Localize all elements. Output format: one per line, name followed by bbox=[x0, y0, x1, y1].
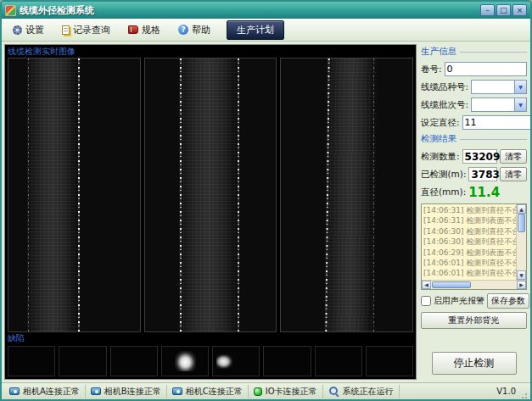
log-entry: [14:06:31] 检测到直径不合格 bbox=[423, 205, 514, 215]
cable-batch-label: 线缆批次号: bbox=[421, 99, 468, 111]
set-diameter-row: 设定直径: ± bbox=[421, 115, 527, 130]
titlebar[interactable]: 线缆外径检测系统 – □ × bbox=[2, 2, 530, 19]
log-entry: [14:06:30] 检测到直径不合格 bbox=[423, 237, 514, 247]
cable-variety-value bbox=[472, 81, 514, 93]
alarm-checkbox[interactable] bbox=[421, 296, 431, 306]
scroll-thumb[interactable] bbox=[432, 281, 471, 288]
defect-thumbnail[interactable] bbox=[8, 346, 55, 376]
defect-thumbnail[interactable] bbox=[161, 346, 209, 376]
defect-thumbnail[interactable] bbox=[315, 346, 362, 376]
production-info-title: 生产信息 bbox=[421, 46, 456, 58]
alarm-log-lines: [14:06:31] 检测到直径不合格 [14:06:31] 检测到表面不合格 … bbox=[422, 204, 516, 280]
camera-b-status: 相机B连接正常 bbox=[86, 385, 167, 398]
cable-image bbox=[179, 58, 239, 332]
results-title: 检测结果 bbox=[421, 133, 456, 145]
detected-length-row: 已检测(m): 3783.3 清零 bbox=[421, 167, 527, 181]
gear-icon bbox=[13, 25, 22, 35]
cable-batch-value bbox=[472, 98, 514, 111]
defect-thumbnail[interactable] bbox=[212, 346, 260, 376]
save-params-button[interactable]: 保存参数 bbox=[487, 293, 529, 309]
camera-icon bbox=[9, 387, 20, 395]
scroll-track[interactable] bbox=[431, 281, 517, 289]
alarm-log: [14:06:31] 检测到直径不合格 [14:06:31] 检测到表面不合格 … bbox=[421, 203, 527, 290]
spacer bbox=[421, 329, 527, 352]
settings-label: 设置 bbox=[25, 24, 44, 36]
close-button[interactable]: × bbox=[512, 4, 527, 16]
diameter-value: 11.4 bbox=[468, 185, 500, 200]
scroll-thumb[interactable] bbox=[518, 214, 525, 232]
log-entry: [14:06:01] 检测到直径不合格 bbox=[423, 268, 514, 278]
detect-count-label: 检测数量: bbox=[421, 151, 460, 163]
log-horizontal-scrollbar[interactable]: ◀ ▶ bbox=[422, 280, 526, 289]
camera-views bbox=[8, 58, 413, 332]
set-diameter-label: 设定直径: bbox=[421, 117, 460, 129]
camera-a-status: 相机A连接正常 bbox=[4, 385, 86, 398]
camera-c-status: 相机C连接正常 bbox=[167, 385, 249, 398]
cable-variety-select[interactable] bbox=[471, 80, 527, 94]
chevron-down-icon[interactable] bbox=[514, 98, 526, 111]
alarm-options-row: 启用声光报警 保存参数 bbox=[421, 293, 527, 309]
count-clear-button[interactable]: 清零 bbox=[500, 149, 527, 164]
roll-number-label: 卷号: bbox=[421, 64, 442, 75]
defect-thumbnail[interactable] bbox=[263, 346, 311, 376]
log-vertical-scrollbar[interactable]: ▲ ▼ bbox=[516, 204, 526, 280]
magnifier-icon bbox=[328, 386, 339, 397]
maximize-button[interactable]: □ bbox=[496, 4, 511, 16]
scroll-track[interactable] bbox=[517, 214, 526, 270]
detected-length-label: 已检测(m): bbox=[421, 169, 466, 181]
diameter-label: 直径(mm): bbox=[421, 187, 466, 198]
records-icon bbox=[62, 25, 70, 35]
length-clear-button[interactable]: 清零 bbox=[500, 167, 527, 181]
roll-number-input[interactable] bbox=[445, 62, 527, 76]
cable-variety-label: 线缆品种号: bbox=[421, 81, 468, 93]
detect-count-value: 53209 bbox=[465, 151, 501, 163]
scroll-right-icon[interactable]: ▶ bbox=[517, 281, 526, 289]
record-query-button[interactable]: 记录查询 bbox=[55, 21, 117, 39]
detect-count-box: 53209 bbox=[462, 149, 497, 164]
live-image-panel: 线缆检测实时图像 缺陷 bbox=[4, 44, 417, 380]
scroll-down-icon[interactable]: ▼ bbox=[517, 270, 526, 280]
led-icon bbox=[254, 387, 262, 396]
alarm-log-body: [14:06:31] 检测到直径不合格 [14:06:31] 检测到表面不合格 … bbox=[422, 204, 526, 280]
camera-view-c bbox=[280, 58, 413, 332]
statusbar: 相机A连接正常 相机B连接正常 相机C连接正常 IO卡连接正常 系统正在运行 V… bbox=[2, 382, 530, 399]
settings-button[interactable]: 设置 bbox=[6, 21, 51, 39]
defect-thumbnail[interactable] bbox=[366, 346, 413, 376]
log-entry: [14:06:30] 检测到直径不合格 bbox=[423, 226, 514, 237]
cable-edge-highlight bbox=[180, 58, 182, 331]
record-query-label: 记录查询 bbox=[73, 24, 110, 36]
set-diameter-input[interactable] bbox=[462, 115, 532, 130]
defect-thumbnail[interactable] bbox=[110, 346, 158, 376]
scroll-left-icon[interactable]: ◀ bbox=[422, 281, 431, 289]
minimize-button[interactable]: – bbox=[480, 4, 495, 16]
camera-icon bbox=[91, 387, 101, 395]
divider bbox=[460, 139, 527, 140]
reset-backlight-button[interactable]: 重置外部背光 bbox=[421, 312, 527, 329]
defect-thumbnail[interactable] bbox=[59, 346, 106, 376]
production-plan-button[interactable]: 生产计划 bbox=[227, 20, 284, 40]
window-controls: – □ × bbox=[480, 4, 527, 16]
alarm-checkbox-label: 启用声光报警 bbox=[434, 295, 484, 307]
chevron-down-icon[interactable] bbox=[514, 81, 526, 93]
log-entry: [14:06:31] 检测到表面不合格 bbox=[423, 215, 514, 226]
defect-thumbnails bbox=[8, 346, 413, 376]
cable-image bbox=[27, 58, 80, 332]
control-panel: 生产信息 卷号: 线缆品种号: 线缆批次号: bbox=[420, 44, 528, 380]
window-title: 线缆外径检测系统 bbox=[20, 4, 477, 17]
io-card-status-label: IO卡连接正常 bbox=[266, 386, 317, 398]
stop-detection-button[interactable]: 停止检测 bbox=[432, 352, 517, 375]
roll-number-row: 卷号: bbox=[421, 62, 527, 76]
diameter-row: 直径(mm): 11.4 bbox=[421, 185, 527, 200]
cable-edge-highlight bbox=[238, 58, 239, 331]
spec-button[interactable]: 规格 bbox=[121, 21, 167, 39]
help-label: 帮助 bbox=[192, 24, 210, 36]
scroll-up-icon[interactable]: ▲ bbox=[517, 204, 526, 214]
help-button[interactable]: 帮助 bbox=[171, 21, 217, 39]
live-image-title: 线缆检测实时图像 bbox=[8, 46, 413, 58]
detected-length-box: 3783.3 bbox=[468, 167, 497, 181]
log-entry: [14:06:01] 检测到直径不合格 bbox=[423, 258, 514, 268]
camera-icon bbox=[172, 387, 182, 395]
cable-edge-highlight bbox=[78, 58, 80, 331]
resize-grip[interactable] bbox=[519, 391, 528, 399]
cable-batch-select[interactable] bbox=[471, 97, 527, 112]
